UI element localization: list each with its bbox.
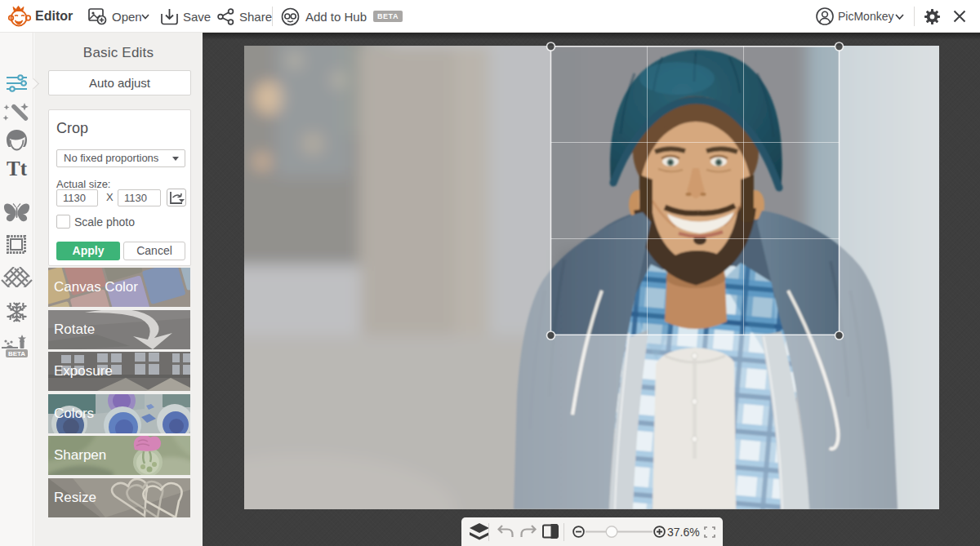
- svg-text:BETA: BETA: [8, 350, 25, 357]
